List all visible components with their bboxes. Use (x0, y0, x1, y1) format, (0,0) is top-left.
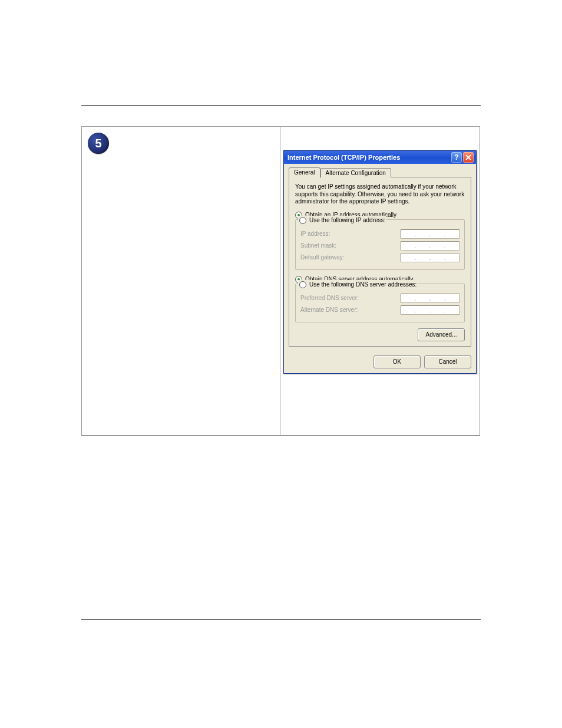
divider-top (81, 105, 481, 106)
field-default-gateway: Default gateway: ... (300, 253, 459, 262)
label-subnet-mask: Subnet mask: (300, 242, 336, 249)
input-default-gateway[interactable]: ... (401, 253, 459, 262)
ok-button[interactable]: OK (373, 355, 421, 368)
radio-icon (299, 281, 306, 288)
help-icon[interactable]: ? (451, 152, 462, 163)
cell-right: Internet Protocol (TCP/IP) Properties ? … (280, 126, 480, 436)
field-preferred-dns: Preferred DNS server: ... (300, 294, 459, 303)
radio-use-following-dns[interactable]: Use the following DNS server addresses: (299, 281, 416, 288)
label-alternate-dns: Alternate DNS server: (300, 307, 358, 313)
label-default-gateway: Default gateway: (300, 254, 345, 261)
label-preferred-dns: Preferred DNS server: (300, 295, 359, 301)
input-preferred-dns[interactable]: ... (401, 294, 459, 303)
input-subnet-mask[interactable]: ... (401, 241, 459, 251)
tab-alternate-configuration[interactable]: Alternate Configuration (320, 168, 391, 177)
divider-bottom (81, 619, 481, 620)
input-alternate-dns[interactable]: ... (401, 305, 459, 315)
ip-address-group: Use the following IP address: IP address… (295, 219, 465, 270)
dns-group: Use the following DNS server addresses: … (295, 284, 465, 322)
content-table: 5 Internet Protocol (TCP/IP) Properties … (81, 126, 480, 436)
cancel-button[interactable]: Cancel (424, 355, 471, 368)
dialog-title: Internet Protocol (TCP/IP) Properties (287, 154, 450, 161)
tab-pane-general: You can get IP settings assigned automat… (289, 177, 471, 347)
radio-label: Use the following DNS server addresses: (309, 281, 416, 288)
tab-general[interactable]: General (289, 167, 320, 178)
radio-use-following-ip[interactable]: Use the following IP address: (299, 217, 385, 224)
dialog-footer: OK Cancel (284, 352, 476, 373)
step-badge: 5 (88, 133, 109, 154)
label-ip-address: IP address: (300, 230, 330, 237)
dialog-body: General Alternate Configuration You can … (284, 164, 476, 352)
input-ip-address[interactable]: ... (401, 229, 459, 239)
field-subnet-mask: Subnet mask: ... (300, 241, 459, 251)
cell-left: 5 (81, 126, 280, 436)
titlebar[interactable]: Internet Protocol (TCP/IP) Properties ? (284, 151, 476, 164)
tcpip-properties-dialog: Internet Protocol (TCP/IP) Properties ? … (283, 150, 477, 374)
info-text: You can get IP settings assigned automat… (295, 183, 465, 206)
field-alternate-dns: Alternate DNS server: ... (300, 305, 459, 315)
field-ip-address: IP address: ... (300, 229, 459, 239)
advanced-button[interactable]: Advanced... (418, 328, 465, 341)
radio-icon (299, 217, 306, 224)
close-icon[interactable] (463, 152, 474, 163)
tab-strip: General Alternate Configuration (289, 167, 471, 177)
radio-label: Use the following IP address: (309, 217, 385, 223)
